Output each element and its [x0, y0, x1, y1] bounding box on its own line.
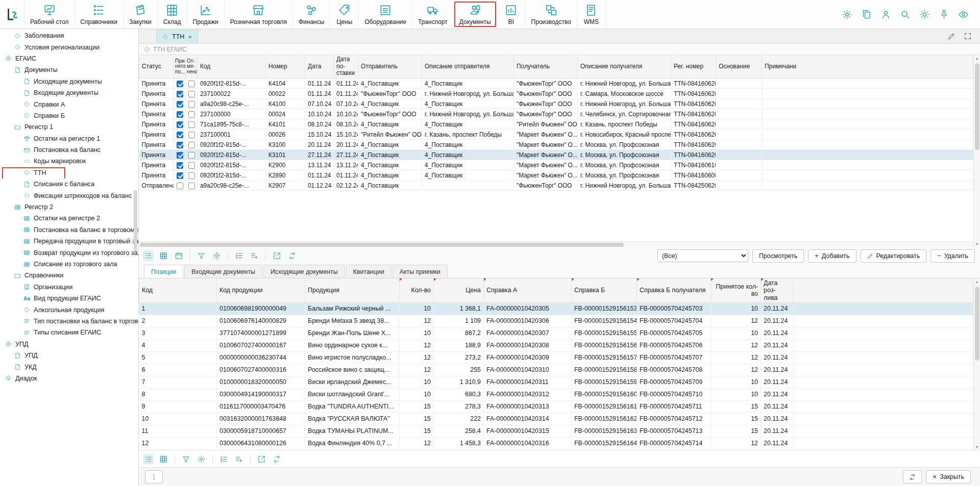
topbar-item-reference[interactable]: Справочники — [75, 0, 124, 29]
topbar-item-wms[interactable]: WMS — [577, 0, 606, 29]
positions-column-header[interactable]: Справка Б получателя — [637, 278, 711, 302]
filter-icon[interactable] — [182, 455, 190, 464]
cancelled-checkbox[interactable] — [188, 172, 195, 179]
sidebar-item-13[interactable]: Списания с баланса — [0, 178, 138, 190]
positions-column-header[interactable]: Справка Б — [572, 278, 637, 302]
gear-icon[interactable] — [197, 455, 206, 464]
refresh-grid-icon[interactable] — [273, 455, 281, 464]
positions-column-header[interactable]: Код продукции — [217, 278, 305, 302]
scrollbar-thumb[interactable] — [140, 243, 624, 247]
expand-icon[interactable] — [964, 32, 972, 40]
eye-icon[interactable] — [958, 9, 969, 20]
sidebar-item-3[interactable]: Документы — [0, 64, 138, 75]
ttn-row[interactable]: Принята0920f1f2-815d-...К310127.11.2427.… — [139, 150, 973, 160]
accepted-checkbox[interactable] — [177, 111, 183, 118]
accepted-checkbox[interactable] — [177, 91, 183, 97]
ttn-column-header[interactable]: Описание отправителя — [422, 55, 514, 79]
edit-button[interactable]: Редактировать — [861, 249, 927, 263]
sidebar-item-28[interactable]: УПД — [0, 350, 138, 361]
user-icon[interactable] — [880, 9, 891, 20]
sidebar-scrollbar[interactable] — [134, 49, 137, 476]
positions-column-header[interactable]: Код — [139, 278, 217, 302]
scroll-up-icon[interactable]: ▲ — [974, 55, 980, 62]
sidebar-item-25[interactable]: Тип постановки на баланс в торговом за — [0, 316, 138, 327]
filter-select[interactable]: (Все) — [657, 249, 748, 262]
more-button[interactable]: ⋮ — [145, 470, 163, 483]
list-view-icon[interactable] — [144, 455, 153, 464]
sidebar-item-8[interactable]: Регистр 1 — [0, 121, 138, 133]
tab-ttn[interactable]: ТТН × — [156, 30, 198, 43]
gear-icon[interactable] — [212, 251, 221, 260]
sidebar-item-20[interactable]: Списание из торгового зала — [0, 259, 138, 270]
positions-column-header[interactable]: Кол-во — [400, 278, 434, 302]
grid-view-icon[interactable] — [159, 251, 168, 260]
tab-close-icon[interactable]: × — [188, 34, 192, 40]
list-view-icon[interactable] — [144, 251, 153, 260]
sidebar-item-24[interactable]: Алкогольная продукция — [0, 304, 138, 315]
positions-row[interactable]: 50000000000036230744Вино игристое полусл… — [139, 351, 973, 364]
detail-tab-2[interactable]: Исходящие документы — [263, 265, 345, 278]
delete-button[interactable]: −Удалить — [930, 249, 975, 263]
detail-tab-1[interactable]: Входящие документы — [184, 265, 262, 278]
sidebar-item-27[interactable]: УПД — [0, 339, 138, 350]
ttn-row[interactable]: Принята71ca1895-75c8-...К410108.10.2408.… — [139, 119, 973, 130]
topbar-item-transport[interactable]: Транспорт — [412, 0, 454, 29]
add-button[interactable]: +Добавить — [808, 249, 856, 263]
ttn-column-header[interactable]: Статус — [139, 55, 174, 79]
sidebar-item-21[interactable]: Справочники — [0, 270, 138, 281]
refresh-grid-icon[interactable] — [288, 251, 297, 260]
accepted-checkbox[interactable] — [177, 81, 183, 87]
pin-icon[interactable] — [939, 9, 949, 20]
positions-row[interactable]: 60100607027400000316Российское вино с за… — [139, 364, 973, 376]
sidebar-item-16[interactable]: Остатки на регистре 2 — [0, 213, 138, 224]
clipboard-icon[interactable] — [861, 9, 872, 20]
close-button[interactable]: ×Закрыть — [926, 470, 971, 483]
ttn-row[interactable]: Принята0920f1f2-815d-...К310020.11.2420.… — [139, 140, 973, 150]
topbar-item-purchases[interactable]: Закупки — [124, 0, 158, 29]
sidebar-item-1[interactable]: Условия регионализации — [0, 41, 138, 53]
topbar-item-production[interactable]: Производство — [526, 0, 577, 29]
positions-column-header[interactable]: Цена — [434, 278, 484, 302]
topbar-item-warehouse[interactable]: Склад — [158, 0, 187, 29]
scroll-down-icon[interactable]: ▼ — [974, 241, 980, 247]
sidebar-item-18[interactable]: Передача продукции в торговый зал — [0, 236, 138, 247]
positions-row[interactable]: 120300006431080000126Водка Финляндия 40%… — [139, 437, 973, 449]
topbar-item-equipment[interactable]: Оборудование — [359, 0, 412, 29]
ttn-column-header[interactable]: Номер — [266, 55, 305, 79]
filter-icon[interactable] — [197, 251, 206, 260]
open-window-icon[interactable] — [273, 251, 281, 260]
ttn-column-header[interactable]: Примечани — [762, 55, 973, 79]
sidebar-item-9[interactable]: Остатки на регистре 1 — [0, 133, 138, 144]
view-button[interactable]: Просмотреть — [752, 249, 804, 263]
sidebar-item-5[interactable]: Входящие документы — [0, 87, 138, 98]
search-icon[interactable] — [900, 9, 911, 20]
sidebar-item-4[interactable]: Исходящие документы — [0, 76, 138, 87]
ttn-column-header[interactable]: Дата — [305, 55, 334, 79]
grid-view-icon[interactable] — [159, 455, 168, 464]
positions-column-header[interactable]: Справка А — [484, 278, 572, 302]
pencil-icon[interactable] — [947, 32, 955, 40]
settings-icon[interactable] — [842, 9, 852, 20]
ttn-row[interactable]: Отправленаa9a20c98-c25e-...К290701.12.24… — [139, 181, 973, 191]
refresh-button[interactable] — [903, 470, 922, 483]
positions-row[interactable]: 33771074000001271899Бренди Жан-Поль Шене… — [139, 327, 973, 339]
accepted-checkbox[interactable] — [177, 101, 183, 108]
accepted-checkbox[interactable] — [177, 121, 183, 128]
sidebar-item-17[interactable]: Постановка на баланс в торговом зале — [0, 224, 138, 236]
positions-row[interactable]: 10100606981900000049Бальзам Рижский черн… — [139, 302, 973, 315]
accepted-checkbox[interactable] — [177, 183, 183, 189]
ttn-vertical-scrollbar[interactable]: ▲ ▼ — [973, 55, 980, 247]
open-window-icon[interactable] — [257, 455, 266, 464]
positions-row[interactable]: 100031632000001763848Водка "РУССКАЯ ВАЛЮ… — [139, 413, 973, 425]
cancelled-checkbox[interactable] — [188, 101, 195, 108]
topbar-item-desktop[interactable]: Рабочий стол — [24, 0, 75, 29]
topbar-item-sales[interactable]: Продажи — [187, 0, 225, 29]
ttn-row[interactable]: Принята2371000010002615.10.2415.10.24"Ри… — [139, 130, 973, 140]
ttn-column-header[interactable]: Получатель — [514, 55, 578, 79]
theme-icon[interactable] — [919, 9, 930, 20]
positions-row[interactable]: 70100000018320000050Виски ирландский Дже… — [139, 376, 973, 388]
positions-column-header[interactable]: Принятое кол-во — [711, 278, 761, 302]
ttn-row[interactable]: Принята0920f1f2-815d-...К289001.11.2401.… — [139, 170, 973, 181]
cancelled-checkbox[interactable] — [188, 142, 195, 148]
ttn-column-header[interactable]: При- нята по... — [174, 55, 186, 79]
